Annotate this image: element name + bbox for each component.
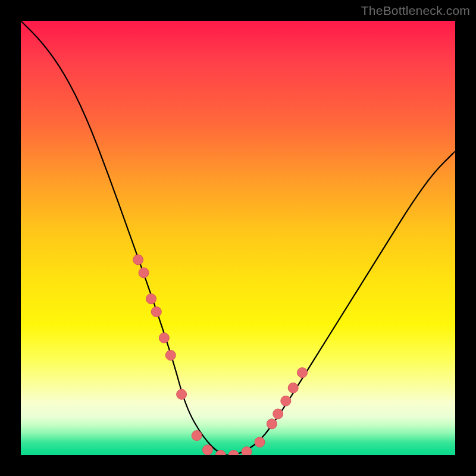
curve-marker xyxy=(273,409,283,419)
curve-marker xyxy=(139,268,149,278)
curve-marker xyxy=(177,389,187,399)
curve-markers xyxy=(133,255,308,455)
bottleneck-curve xyxy=(21,21,455,455)
curve-marker xyxy=(288,383,298,393)
curve-marker xyxy=(267,419,277,429)
chart-svg xyxy=(21,21,455,455)
curve-marker xyxy=(146,294,156,304)
curve-marker xyxy=(133,255,143,265)
curve-marker xyxy=(192,431,202,441)
curve-marker xyxy=(242,447,252,455)
chart-frame: TheBottleneck.com xyxy=(0,0,476,476)
curve-marker xyxy=(165,350,176,361)
curve-marker xyxy=(298,368,308,378)
curve-marker xyxy=(151,307,161,317)
plot-area xyxy=(21,21,455,455)
curve-marker xyxy=(228,450,239,456)
curve-marker xyxy=(159,333,169,343)
curve-marker xyxy=(281,396,291,406)
curve-marker xyxy=(202,445,212,455)
watermark-text: TheBottleneck.com xyxy=(361,4,470,18)
curve-marker xyxy=(255,437,265,447)
